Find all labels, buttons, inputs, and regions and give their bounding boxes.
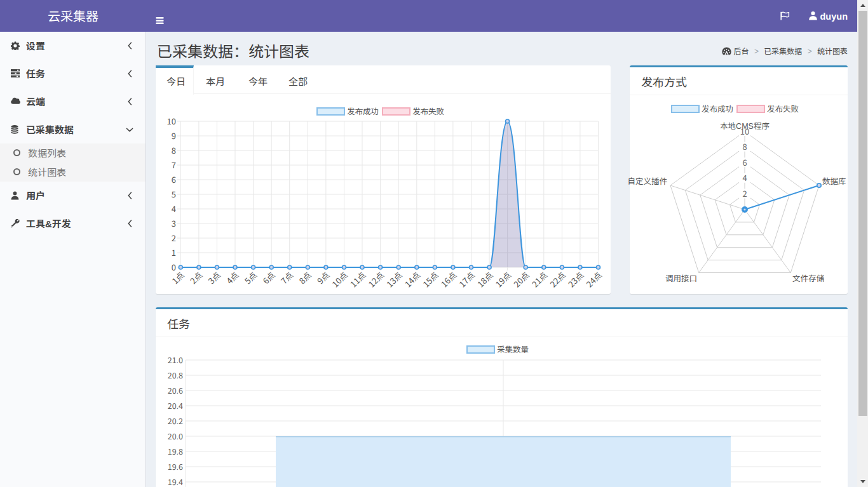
svg-text:调用接口: 调用接口 — [665, 272, 697, 284]
svg-text:4点: 4点 — [224, 269, 241, 286]
svg-text:21.0: 21.0 — [168, 354, 183, 366]
svg-text:14点: 14点 — [402, 269, 423, 290]
svg-text:19.6: 19.6 — [168, 460, 183, 472]
svg-text:20.4: 20.4 — [168, 399, 183, 411]
svg-text:发布失败: 发布失败 — [767, 102, 799, 114]
svg-text:9点: 9点 — [314, 269, 332, 286]
svg-text:20.0: 20.0 — [168, 430, 183, 442]
svg-text:16点: 16点 — [438, 269, 459, 290]
svg-text:8点: 8点 — [296, 269, 314, 286]
svg-text:24点: 24点 — [583, 269, 604, 290]
svg-text:20.2: 20.2 — [168, 415, 183, 427]
svg-text:发布失败: 发布失败 — [412, 105, 444, 117]
svg-text:6点: 6点 — [260, 269, 278, 286]
svg-text:8: 8 — [172, 144, 176, 156]
svg-text:4: 4 — [172, 203, 176, 215]
svg-text:5: 5 — [172, 188, 176, 200]
svg-text:2: 2 — [172, 232, 176, 244]
svg-text:19.4: 19.4 — [168, 476, 183, 487]
svg-text:10点: 10点 — [329, 269, 350, 290]
svg-text:5点: 5点 — [241, 269, 259, 286]
svg-text:15点: 15点 — [420, 269, 441, 290]
svg-text:20.8: 20.8 — [168, 369, 183, 381]
svg-text:22点: 22点 — [547, 269, 568, 290]
svg-text:数据库: 数据库 — [822, 175, 846, 187]
svg-text:10: 10 — [167, 115, 176, 127]
svg-text:7点: 7点 — [278, 269, 295, 286]
svg-text:9: 9 — [172, 130, 176, 142]
svg-text:3: 3 — [172, 217, 176, 229]
svg-text:6: 6 — [172, 173, 176, 185]
svg-text:13点: 13点 — [384, 269, 405, 290]
svg-text:自定义插件: 自定义插件 — [627, 175, 667, 187]
svg-text:8: 8 — [742, 140, 747, 152]
svg-text:4: 4 — [742, 171, 747, 183]
svg-text:20点: 20点 — [511, 269, 532, 290]
svg-text:发布成功: 发布成功 — [702, 102, 733, 114]
svg-text:21点: 21点 — [529, 269, 550, 290]
svg-text:12点: 12点 — [365, 269, 386, 290]
svg-text:19点: 19点 — [492, 269, 513, 290]
svg-text:文件存储: 文件存储 — [792, 272, 824, 284]
svg-text:19.8: 19.8 — [168, 445, 183, 457]
svg-text:23点: 23点 — [565, 269, 586, 290]
svg-text:6: 6 — [742, 156, 747, 168]
svg-text:2: 2 — [742, 187, 747, 199]
svg-text:发布成功: 发布成功 — [347, 105, 379, 117]
svg-text:7: 7 — [172, 159, 176, 171]
svg-text:1: 1 — [172, 246, 176, 258]
svg-text:2点: 2点 — [187, 269, 205, 286]
svg-text:采集数量: 采集数量 — [497, 343, 529, 355]
svg-text:本地CMS程序: 本地CMS程序 — [720, 119, 770, 131]
svg-text:11点: 11点 — [347, 269, 368, 290]
svg-text:20.6: 20.6 — [168, 384, 183, 396]
svg-text:3点: 3点 — [205, 269, 223, 286]
svg-text:18点: 18点 — [475, 269, 496, 290]
svg-text:17点: 17点 — [456, 269, 477, 290]
